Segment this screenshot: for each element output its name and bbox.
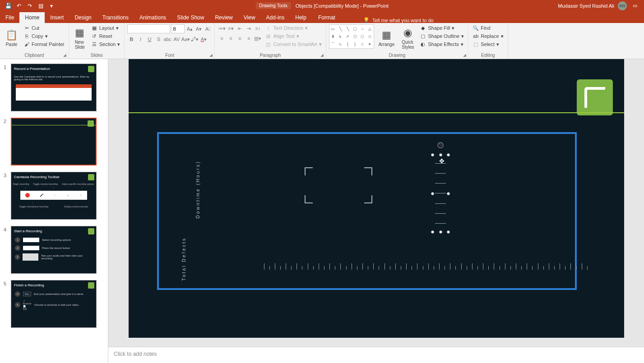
increase-indent-button[interactable]: ⇥ (245, 24, 253, 32)
reset-button[interactable]: ↺Reset (90, 32, 122, 40)
slide-thumbnail-3[interactable]: Camtasia Recording Toolbar Begin recordi… (11, 172, 97, 220)
save-icon[interactable]: 💾 (5, 2, 12, 9)
tell-me-search[interactable]: 💡 Tell me what you want to do (363, 17, 434, 23)
thumb-divider (12, 125, 96, 125)
format-painter-icon: 🖌 (23, 41, 30, 47)
shape-content-lines (435, 158, 446, 229)
decrease-font-icon[interactable]: A▾ (195, 25, 203, 33)
resize-handle[interactable] (447, 153, 450, 156)
tab-animations[interactable]: Animations (134, 12, 171, 23)
slide-canvas[interactable]: Downtime (Hours) Total Defects (129, 59, 624, 338)
font-size-input[interactable] (171, 24, 185, 33)
shape-outline-icon: ▢ (420, 33, 426, 39)
clipboard-dialog-launcher[interactable]: ◢ (62, 52, 68, 58)
tab-home[interactable]: Home (19, 12, 45, 23)
underline-button[interactable]: U (145, 35, 153, 43)
tab-file[interactable]: File (0, 12, 19, 23)
ribbon-options-icon[interactable]: ▭ (630, 2, 639, 9)
rotate-handle[interactable] (437, 142, 444, 148)
bullets-button[interactable]: ≔▾ (218, 24, 226, 32)
tab-review[interactable]: Review (209, 12, 238, 23)
quick-access-toolbar: 💾 ↶ ↷ ▤ ▾ (0, 2, 55, 9)
layout-button[interactable]: ▦Layout ▾ (90, 24, 122, 32)
resize-handle[interactable] (431, 153, 434, 156)
paste-button[interactable]: 📋 Paste (3, 24, 20, 52)
shadow-button[interactable]: abc (163, 35, 171, 43)
slide-thumbnail-2[interactable] (11, 118, 97, 165)
convert-smartart-button[interactable]: ◫Convert to SmartArt ▾ (264, 41, 323, 48)
highlight-button[interactable]: 🖍▾ (190, 35, 199, 43)
thumbnail-row: 3 Camtasia Recording Toolbar Begin recor… (0, 171, 108, 225)
align-text-button[interactable]: ⊟Align Text ▾ (264, 32, 323, 40)
clear-formatting-icon[interactable]: A⃠ (204, 25, 212, 33)
slide-number: 5 (4, 280, 11, 328)
new-slide-button[interactable]: ▦ New Slide (72, 24, 88, 52)
slide-thumbnail-4[interactable]: Start a Recording 1Select recording opti… (11, 226, 97, 274)
section-button[interactable]: ☰Section ▾ (90, 41, 122, 48)
tab-insert[interactable]: Insert (45, 12, 69, 23)
find-button[interactable]: 🔍Find (471, 24, 505, 32)
shape-fill-icon: ◆ (420, 25, 426, 31)
change-case-button[interactable]: Aa▾ (181, 35, 190, 43)
resize-handle[interactable] (447, 230, 450, 234)
undo-icon[interactable]: ↶ (15, 2, 23, 9)
shapes-gallery[interactable]: ▭╲╲▢○△ ⬍↳↗⬠⬡◇ ⌒∿{}☆▾ (329, 24, 374, 49)
resize-handle[interactable] (439, 153, 442, 156)
align-left-button[interactable]: ≡ (218, 34, 226, 42)
line-spacing-button[interactable]: ≡↕ (254, 24, 262, 32)
arrange-button[interactable]: ▦ Arrange (376, 24, 398, 52)
increase-font-icon[interactable]: A▴ (185, 25, 194, 33)
font-color-button[interactable]: A▾ (199, 35, 208, 43)
numbering-button[interactable]: ≡▾ (227, 24, 235, 32)
text-direction-button[interactable]: ↕Text Direction ▾ (264, 24, 323, 32)
tab-addins[interactable]: Add-ins (261, 12, 290, 23)
tab-help[interactable]: Help (290, 12, 312, 23)
align-right-button[interactable]: ≡ (236, 34, 244, 42)
slide-canvas-area[interactable]: Downtime (Hours) Total Defects (108, 59, 644, 347)
shape-effects-button[interactable]: ◐Shape Effects ▾ (418, 41, 465, 48)
tab-format[interactable]: Format (313, 12, 341, 23)
new-slide-label: New Slide (75, 40, 85, 50)
strikethrough-button[interactable]: S (154, 35, 162, 43)
resize-handle[interactable] (431, 192, 434, 195)
tab-view[interactable]: View (238, 12, 261, 23)
paragraph-dialog-launcher[interactable]: ◢ (320, 52, 325, 58)
replace-button[interactable]: abReplace ▾ (471, 32, 505, 40)
select-icon: ⬚ (473, 41, 479, 47)
select-button[interactable]: ⬚Select ▾ (471, 41, 505, 48)
shape-fill-button[interactable]: ◆Shape Fill ▾ (418, 24, 465, 32)
slide-thumbnail-1[interactable]: Record a Presentation Use the Camtasia A… (11, 64, 97, 111)
chevron-down-icon: ▾ (319, 41, 322, 47)
bold-button[interactable]: B (127, 35, 135, 43)
align-center-button[interactable]: ≡ (227, 34, 235, 42)
slide-thumbnail-panel[interactable]: 1 Record a Presentation Use the Camtasia… (0, 59, 108, 363)
justify-button[interactable]: ≡ (245, 34, 253, 42)
start-from-beginning-icon[interactable]: ▤ (37, 2, 44, 9)
resize-handle[interactable] (431, 230, 434, 234)
camtasia-logo-icon (88, 228, 94, 234)
quick-styles-button[interactable]: ◉ Quick Styles (399, 24, 417, 52)
columns-button[interactable]: ▥▾ (254, 34, 262, 42)
notes-pane[interactable]: Click to add notes (108, 347, 644, 363)
drawing-dialog-launcher[interactable]: ◢ (462, 52, 467, 58)
resize-handle[interactable] (439, 230, 442, 234)
font-name-input[interactable] (127, 24, 170, 33)
decrease-indent-button[interactable]: ⇤ (236, 24, 244, 32)
qat-dropdown-icon[interactable]: ▾ (48, 2, 55, 9)
cut-button[interactable]: ✂Cut (22, 24, 66, 32)
copy-button[interactable]: ⎘Copy ▾ (22, 32, 66, 40)
selected-shape[interactable] (432, 155, 449, 232)
character-spacing-button[interactable]: AV (172, 35, 181, 43)
italic-button[interactable]: I (136, 35, 144, 43)
shape-outline-button[interactable]: ▢Shape Outline ▾ (418, 32, 465, 40)
format-painter-button[interactable]: 🖌Format Painter (22, 41, 66, 48)
font-dialog-launcher[interactable]: ◢ (208, 52, 213, 58)
slide-thumbnail-5[interactable]: Finish a Recording 4EscEnd your presenta… (11, 280, 97, 328)
redo-icon[interactable]: ↷ (26, 2, 33, 9)
resize-handle[interactable] (447, 192, 450, 195)
tab-design[interactable]: Design (69, 12, 97, 23)
user-avatar[interactable]: MS (618, 1, 627, 10)
chevron-down-icon: ▾ (297, 33, 299, 39)
tab-slideshow[interactable]: Slide Show (171, 12, 209, 23)
tab-transitions[interactable]: Transitions (97, 12, 134, 23)
